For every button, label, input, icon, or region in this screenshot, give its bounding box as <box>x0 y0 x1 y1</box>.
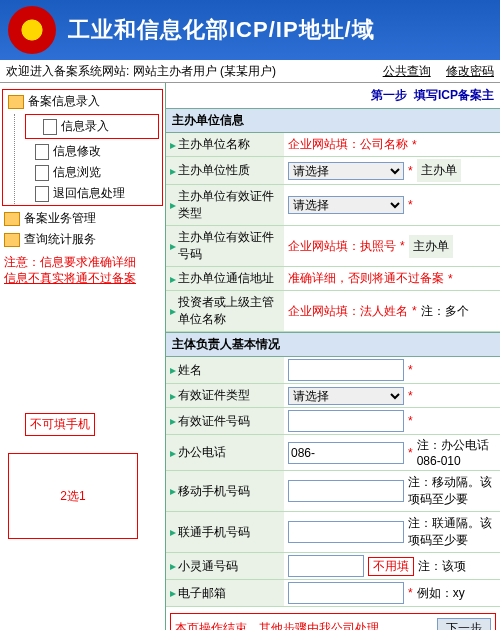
national-emblem-icon <box>8 6 56 54</box>
tree-group-filing[interactable]: 备案信息录入 <box>4 91 161 112</box>
label-office-phone: 办公电话 <box>178 444 226 461</box>
input-id-no[interactable] <box>288 410 404 432</box>
label-id-no: 有效证件号码 <box>178 413 250 430</box>
input-email[interactable] <box>288 582 404 604</box>
hint-cert-no: 企业网站填：执照号 <box>288 238 396 255</box>
input-name[interactable] <box>288 359 404 381</box>
folder-icon <box>4 212 20 226</box>
label-address: 主办单位通信地址 <box>178 270 274 287</box>
nav-tree: 备案信息录入 信息录入 信息修改 信息浏览 退回信息处理 备案业务管理 查询统计… <box>0 83 166 630</box>
label-phs: 小灵通号码 <box>178 558 238 575</box>
doc-icon <box>35 144 49 160</box>
link-public-query[interactable]: 公共查询 <box>383 64 431 78</box>
folder-icon <box>4 233 20 247</box>
next-button[interactable]: 下一步 <box>437 618 491 630</box>
tree-item-input[interactable]: 信息录入 <box>61 118 109 135</box>
doc-icon <box>35 165 49 181</box>
label-email: 电子邮箱 <box>178 585 226 602</box>
annotation-no-mobile: 不可填手机 <box>25 413 95 436</box>
label-org-nature: 主办单位性质 <box>178 162 250 179</box>
tree-group-business[interactable]: 备案业务管理 <box>0 208 165 229</box>
page-header: 工业和信息化部ICP/IP地址/域 <box>0 0 500 60</box>
tree-item-returned[interactable]: 退回信息处理 <box>53 185 125 202</box>
hint-org-name: 企业网站填：公司名称 <box>288 136 408 153</box>
step-number: 第一步 <box>371 88 407 102</box>
input-office-phone[interactable] <box>288 442 404 464</box>
sub-toolbar: 欢迎进入备案系统网站: 网站主办者用户 (某某用户) 公共查询 修改密码 <box>0 60 500 83</box>
select-org-nature[interactable]: 请选择 <box>288 162 404 180</box>
sidebar-warning: 注意：信息要求准确详细 信息不真实将通不过备案 <box>4 254 161 286</box>
label-cert-no: 主办单位有效证件号码 <box>178 229 280 263</box>
label-mobile: 移动手机号码 <box>178 483 250 500</box>
input-mobile[interactable] <box>288 480 404 502</box>
input-phs[interactable] <box>288 555 364 577</box>
welcome-text: 欢迎进入备案系统网站: 网站主办者用户 (某某用户) <box>6 60 276 82</box>
form-panel: 第一步 填写ICP备案主 主办单位信息 ▸主办单位名称企业网站填：公司名称* ▸… <box>166 83 500 630</box>
select-id-type[interactable]: 请选择 <box>288 387 404 405</box>
label-unicom: 联通手机号码 <box>178 524 250 541</box>
bottom-note: 本页操作结束，其他步骤由我公司处理 <box>175 620 379 630</box>
tree-group-stats[interactable]: 查询统计服务 <box>0 229 165 250</box>
label-name: 姓名 <box>178 362 202 379</box>
label-org-name: 主办单位名称 <box>178 136 250 153</box>
step-title: 填写ICP备案主 <box>414 88 494 102</box>
doc-icon <box>43 119 57 135</box>
input-unicom[interactable] <box>288 521 404 543</box>
hint-investor: 企业网站填：法人姓名 <box>288 303 408 320</box>
select-cert-type[interactable]: 请选择 <box>288 196 404 214</box>
section-person-info: 主体负责人基本情况 <box>166 332 500 357</box>
doc-icon <box>35 186 49 202</box>
hint-address: 准确详细，否则将通不过备案 <box>288 270 444 287</box>
bottom-action-bar: 本页操作结束，其他步骤由我公司处理 下一步 <box>170 613 496 630</box>
label-cert-type: 主办单位有效证件类型 <box>178 188 280 222</box>
section-org-info: 主办单位信息 <box>166 108 500 133</box>
tree-item-modify[interactable]: 信息修改 <box>53 143 101 160</box>
label-investor: 投资者或上级主管单位名称 <box>178 294 280 328</box>
page-title: 工业和信息化部ICP/IP地址/域 <box>68 15 375 45</box>
tree-item-browse[interactable]: 信息浏览 <box>53 164 101 181</box>
annotation-two-of-one: 2选1 <box>8 453 138 539</box>
folder-icon <box>8 95 24 109</box>
link-change-password[interactable]: 修改密码 <box>446 64 494 78</box>
label-id-type: 有效证件类型 <box>178 387 250 404</box>
